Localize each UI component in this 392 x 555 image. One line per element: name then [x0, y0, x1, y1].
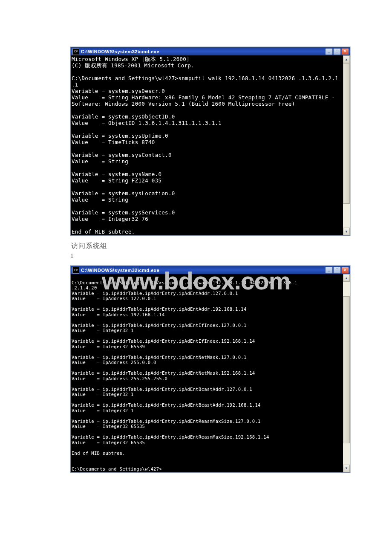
cmd-icon: cv	[72, 267, 79, 274]
console-output-1: Microsoft Windows XP [版本 5.1.2600] (C) 版…	[71, 55, 343, 235]
scroll-track[interactable]	[343, 282, 350, 465]
console-output-2: C:\Documents and Settings\wl427>snmputil…	[71, 274, 343, 472]
scrollbar[interactable]: ▲ ▼	[343, 274, 350, 472]
minimize-button[interactable]: _	[325, 267, 333, 274]
scrollbar[interactable]: ▲ ▼	[343, 55, 350, 235]
scroll-down-button[interactable]: ▼	[343, 465, 350, 472]
scroll-up-button[interactable]: ▲	[343, 55, 350, 63]
cmd-window-1: cv C:\WINDOWS\system32\cmd.exe _ □ × Mic…	[70, 47, 350, 236]
scroll-thumb[interactable]	[343, 296, 350, 443]
close-button[interactable]: ×	[341, 48, 349, 55]
maximize-button[interactable]: □	[333, 267, 341, 274]
maximize-button[interactable]: □	[333, 48, 341, 55]
titlebar-1[interactable]: cv C:\WINDOWS\system32\cmd.exe _ □ ×	[71, 47, 350, 55]
cmd-window-2: cv C:\WINDOWS\system32\cmd.exe _ □ × C:\…	[70, 266, 350, 473]
window-title: C:\WINDOWS\system32\cmd.exe	[81, 268, 323, 273]
scroll-thumb[interactable]	[343, 63, 350, 204]
scroll-track[interactable]	[343, 63, 350, 228]
window-title: C:\WINDOWS\system32\cmd.exe	[81, 49, 323, 54]
scroll-up-button[interactable]: ▲	[343, 274, 350, 282]
cmd-icon: cv	[72, 48, 79, 55]
close-button[interactable]: ×	[341, 267, 349, 274]
titlebar-2[interactable]: cv C:\WINDOWS\system32\cmd.exe _ □ ×	[71, 266, 350, 274]
minimize-button[interactable]: _	[325, 48, 333, 55]
caption-text: 访问系统组	[71, 242, 322, 251]
scroll-down-button[interactable]: ▼	[343, 228, 350, 235]
list-number: 1	[70, 252, 322, 260]
